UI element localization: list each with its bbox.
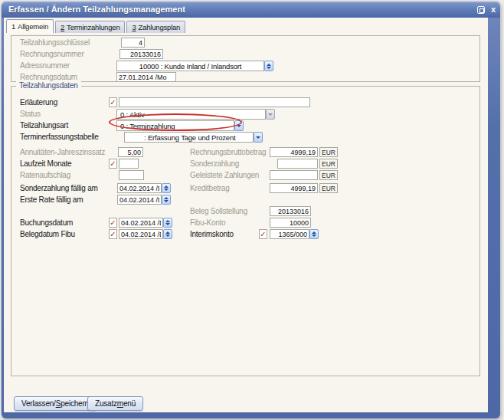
teilzahlungsdaten-groupbox [11, 86, 480, 376]
rechnungsbruttobetrag-currency: EUR [319, 147, 338, 157]
tab-zahlungsplan[interactable]: 3Zahlungsplan [126, 21, 185, 33]
belegdatum-fibu-label: Belegdatum Fibu [20, 230, 75, 239]
adressnummer-value: 10000 : Kunde Inland / Inlandsort [117, 62, 263, 71]
sonderzahlung-input[interactable] [277, 159, 318, 169]
interimskonto-spinner-icon[interactable] [309, 229, 319, 239]
adressnummer-combobox[interactable]: 10000 : Kunde Inland / Inlandsort [116, 61, 264, 71]
terminerfassungstabelle-dropdown-icon[interactable] [254, 132, 263, 143]
adressnummer-spinner-icon[interactable] [264, 61, 273, 71]
status-dropdown-icon[interactable] [266, 109, 275, 120]
status-value: 0 : Aktiv [117, 110, 265, 119]
terminerfassungstabelle-value: : Erfassung Tage und Prozent [125, 133, 253, 142]
tab-number: 2 [61, 23, 64, 31]
belegdatum-fibu-spinner-icon[interactable] [163, 229, 172, 239]
erlaeuterung-label: Erläuterung [20, 98, 57, 107]
close-icon[interactable]: x [489, 4, 498, 15]
terminerfassungstabelle-label: Terminerfassungstabelle [20, 133, 99, 142]
kreditbetrag-label: Kreditbetrag [190, 184, 229, 193]
tab-terminzahlungen[interactable]: 2Terminzahlungen [55, 21, 125, 33]
tab-strip: 1Allgemein 2Terminzahlungen 3Zahlungspla… [6, 19, 185, 33]
buchungsdatum-label: Buchungsdatum [20, 218, 73, 228]
belegdatum-fibu-check-icon[interactable] [109, 229, 117, 239]
rechnungsnummer-label: Rechnungsnummer [20, 50, 84, 59]
button-text: peichern [61, 399, 89, 408]
geleistete-zahlungen-label: Geleistete Zahlungen [190, 171, 259, 180]
fibu-konto-input[interactable] [270, 218, 311, 228]
titlebar[interactable]: Erfassen / Ändern Teilzahlungsmanagement… [2, 2, 500, 18]
teilzahlungsart-combobox[interactable]: 0 : Terminzahlung [116, 120, 234, 131]
tab-label: Terminzahlungen [67, 23, 119, 31]
buchungsdatum-check-icon[interactable] [109, 218, 117, 228]
button-mnemonic: m [117, 399, 123, 408]
rechnungsbruttobetrag-label: Rechnungsbruttobetrag [190, 148, 266, 157]
erste-rate-faellig-am-label: Erste Rate fällig am [20, 195, 83, 205]
rechnungsnummer-input[interactable] [119, 49, 163, 59]
sonderzahlung-faellig-am-label: Sonderzahlung fällig am [20, 184, 98, 193]
interimskonto-input[interactable] [270, 229, 309, 239]
status-label: Status [20, 110, 41, 119]
geleistete-zahlungen-input[interactable] [270, 170, 318, 180]
beleg-sollstellung-input[interactable] [270, 206, 311, 216]
annuitaeten-jahreszinssatz-input[interactable] [118, 147, 143, 157]
annuitaeten-jahreszinssatz-label: Annuitäten-Jahreszinssatz [20, 148, 105, 157]
erlaeuterung-input[interactable] [119, 97, 310, 107]
button-text: enü [123, 399, 136, 408]
ratenaufschlag-label: Ratenaufschlag [20, 171, 70, 180]
geleistete-zahlungen-currency: EUR [319, 170, 338, 180]
window-title: Erfassen / Ändern Teilzahlungsmanagement [8, 5, 185, 14]
ratenaufschlag-input[interactable] [119, 170, 144, 180]
erste-rate-faellig-am-input[interactable] [117, 195, 162, 205]
terminerfassungstabelle-combobox[interactable]: : Erfassung Tage und Prozent [124, 132, 254, 143]
verlassen-speichern-button[interactable]: Verlassen/Speichern [14, 396, 97, 411]
erste-rate-faellig-am-spinner-icon[interactable] [162, 195, 171, 205]
laufzeit-monate-check-icon[interactable] [109, 159, 117, 169]
button-text: Zusatz [95, 399, 117, 408]
teilzahlungsdaten-group-title: Teilzahlungsdaten [16, 81, 81, 90]
buchungsdatum-spinner-icon[interactable] [163, 218, 172, 228]
laufzeit-monate-input[interactable] [119, 159, 139, 169]
status-combobox[interactable]: 0 : Aktiv [116, 109, 266, 120]
tab-number: 1 [11, 22, 15, 31]
rechnungsdatum-input[interactable] [116, 72, 176, 82]
kreditbetrag-currency: EUR [319, 183, 338, 193]
beleg-sollstellung-label: Beleg Sollstellung [190, 207, 247, 216]
kreditbetrag-input[interactable] [270, 183, 318, 193]
tab-label: Allgemein [18, 22, 48, 31]
tab-label: Zahlungsplan [139, 23, 181, 31]
fibu-konto-label: Fibu-Konto [190, 218, 225, 228]
adressnummer-label: Adressnummer [20, 61, 70, 71]
erlaeuterung-check-icon[interactable] [109, 97, 117, 107]
teilzahlungsschluessel-label: Teilzahlungsschlüssel [20, 38, 90, 48]
rechnungsbruttobetrag-input[interactable] [270, 147, 318, 157]
tab-allgemein[interactable]: 1Allgemein [6, 19, 54, 33]
sonderzahlung-currency: EUR [319, 159, 338, 169]
buchungsdatum-input[interactable] [119, 218, 163, 228]
restore-icon[interactable] [477, 6, 485, 14]
teilzahlungsart-dropdown-icon[interactable] [234, 120, 244, 131]
belegdatum-fibu-input[interactable] [119, 229, 163, 239]
interimskonto-label: Interimskonto [190, 230, 234, 239]
sonderzahlung-faellig-am-spinner-icon[interactable] [162, 183, 171, 193]
button-text: Verlassen/ [21, 399, 56, 408]
sonderzahlung-faellig-am-input[interactable] [117, 183, 162, 193]
tab-number: 3 [132, 23, 136, 31]
sonderzahlung-label: Sonderzahlung [190, 159, 239, 169]
teilzahlungsart-label: Teilzahlungsart [20, 121, 68, 130]
screen: Erfassen / Ändern Teilzahlungsmanagement… [0, 0, 504, 420]
zusatzmenue-button[interactable]: Zusatzmenü [87, 396, 143, 411]
teilzahlungsschluessel-input[interactable] [121, 38, 145, 48]
laufzeit-monate-label: Laufzeit Monate [20, 159, 71, 169]
teilzahlungsart-value: 0 : Terminzahlung [117, 122, 234, 130]
interimskonto-check-icon[interactable] [259, 229, 267, 239]
